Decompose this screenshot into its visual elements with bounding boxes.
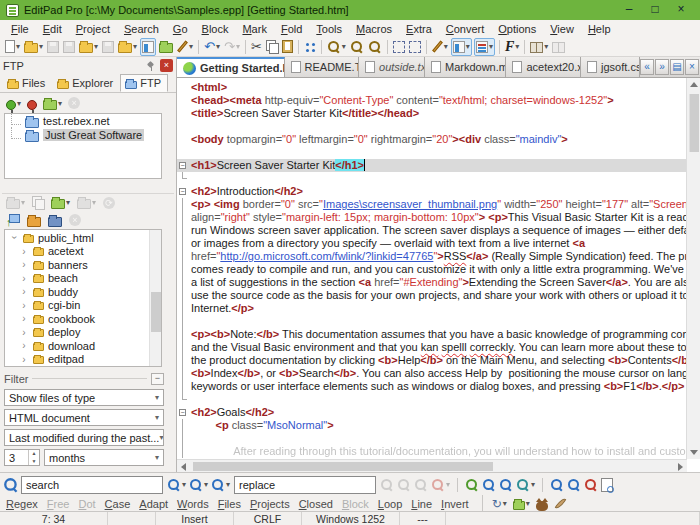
document-type-dropdown[interactable]: HTML document▾	[4, 409, 164, 426]
add-project-icon[interactable]	[158, 38, 174, 56]
filter-collapse-button[interactable]: −	[151, 373, 164, 385]
menu-view[interactable]: View	[543, 22, 581, 36]
search-history-button[interactable]	[549, 476, 565, 494]
browse-folder-icon[interactable]: ▾	[5, 194, 26, 212]
compare-icon[interactable]	[303, 38, 317, 56]
menu-mark[interactable]: Mark	[235, 22, 273, 36]
tab-readme-txt[interactable]: README.TXT	[285, 57, 360, 77]
font-icon-dropdown[interactable]: ▾	[515, 42, 519, 51]
toggle-regex[interactable]: Regex	[6, 498, 38, 510]
scroll-down-arrow[interactable]	[690, 450, 698, 455]
folder-row[interactable]: ›cgi-bin	[5, 299, 148, 313]
folder-row[interactable]: ›public_html	[5, 231, 148, 245]
code-editor[interactable]: <html><head><meta http-equiv="Content-Ty…	[177, 78, 687, 459]
folder-row[interactable]: ›banners	[5, 258, 148, 272]
count-matches-button[interactable]	[498, 476, 514, 494]
spell-check-icon[interactable]: ▾	[529, 38, 549, 56]
chevron-right-icon[interactable]: ›	[19, 300, 29, 311]
search-quill-icon[interactable]	[553, 495, 568, 513]
chevron-right-icon[interactable]: ›	[19, 340, 29, 351]
menu-macros[interactable]: Macros	[349, 22, 399, 36]
stop-transfer-icon[interactable]: ×	[68, 211, 82, 229]
find-prev-button-dropdown[interactable]: ▾	[204, 480, 208, 489]
replace-all-button-dropdown[interactable]: ▾	[446, 480, 450, 489]
clear-search-button[interactable]	[583, 476, 599, 494]
fold-matches-button[interactable]	[481, 476, 497, 494]
tab-getting-started-htm[interactable]: Getting Started.htm	[177, 57, 285, 77]
search-scope-button[interactable]: ↻▾	[491, 495, 508, 513]
folder-row[interactable]: ›acetext	[5, 245, 148, 259]
editor-scrollbar-thumb[interactable]	[689, 94, 699, 152]
scroll-right-arrow[interactable]	[678, 463, 683, 471]
connection-item[interactable]: Just Great Software	[5, 128, 161, 142]
fold-toggle-icon[interactable]: −	[179, 188, 186, 195]
toggle-invert[interactable]: Invert	[441, 498, 469, 510]
new-file-icon-dropdown[interactable]: ▾	[16, 42, 20, 51]
project-panel-icon[interactable]	[140, 38, 156, 56]
close-project-icon-dropdown[interactable]: ▾	[189, 42, 193, 51]
save-all-icon[interactable]	[62, 38, 76, 56]
replace-all-button[interactable]: ▾	[430, 476, 451, 494]
highlight-icon[interactable]: ▾	[451, 38, 472, 56]
chevron-right-icon[interactable]: ›	[19, 246, 29, 257]
tab-scroll-left-button[interactable]: «	[640, 59, 654, 75]
search-favorites-button[interactable]: ▾	[512, 495, 531, 513]
open-file-icon-dropdown[interactable]: ▾	[39, 42, 43, 51]
toggle-adapt[interactable]: Adapt	[139, 498, 168, 510]
scroll-up-arrow[interactable]	[690, 82, 698, 87]
folder-row[interactable]: ›buddy	[5, 285, 148, 299]
menu-options[interactable]: Options	[491, 22, 543, 36]
find-first-button[interactable]: ▾	[210, 476, 231, 494]
ftp-disconnect-icon[interactable]	[26, 94, 38, 112]
favorites-icon-dropdown[interactable]: ▾	[66, 198, 70, 207]
undo-icon[interactable]: ↶▾	[203, 38, 221, 56]
minimize-button[interactable]: –	[616, 1, 642, 19]
search-prev-icon[interactable]	[349, 38, 365, 56]
open-project-icon[interactable]: ▾	[78, 38, 99, 56]
list-highlight-icon[interactable]: ▾	[474, 38, 495, 56]
folder-row[interactable]: ›editpad	[5, 353, 148, 367]
save-project-icon[interactable]	[101, 38, 115, 56]
list-matches-button[interactable]: ▾	[515, 476, 536, 494]
folder-row[interactable]: ›deploy	[5, 326, 148, 340]
find-next-button[interactable]: ▾	[166, 476, 187, 494]
scroll-left-arrow[interactable]	[181, 463, 186, 471]
undo-icon-dropdown[interactable]: ▾	[216, 42, 220, 51]
select-rect-icon[interactable]	[408, 38, 422, 56]
menu-block[interactable]: Block	[195, 22, 236, 36]
folder-row[interactable]: ›download	[5, 339, 148, 353]
cut-icon[interactable]: ✂	[250, 38, 263, 56]
menu-edit[interactable]: Edit	[36, 22, 69, 36]
spell-check-icon-dropdown[interactable]: ▾	[544, 42, 548, 51]
toggle-closed[interactable]: Closed	[299, 498, 333, 510]
sync-icon[interactable]: ⟳	[102, 194, 116, 212]
transfer-icon[interactable]	[47, 211, 63, 229]
open-file-icon[interactable]: ▾	[23, 38, 44, 56]
time-unit-dropdown[interactable]: months▾	[44, 449, 164, 466]
toggle-case[interactable]: Case	[105, 498, 131, 510]
highlight-matches-button[interactable]	[464, 476, 480, 494]
ftp-abort-icon[interactable]: ×	[67, 94, 81, 112]
menu-extra[interactable]: Extra	[399, 22, 439, 36]
ftp-new-connection-icon-dropdown[interactable]: ▾	[58, 99, 62, 108]
edit-pencil-icon[interactable]: ▾	[431, 38, 449, 56]
replace-current-button[interactable]	[413, 476, 429, 494]
search-icon-dropdown[interactable]: ▾	[342, 42, 346, 51]
recent-folder-icon-dropdown[interactable]: ▾	[92, 198, 96, 207]
download-icon[interactable]	[26, 211, 42, 229]
tab-outside-txt[interactable]: outside.txt	[359, 57, 425, 77]
folder-row[interactable]: ›editpadlite	[5, 366, 148, 367]
find-prev-button[interactable]: ▾	[188, 476, 209, 494]
list-matches-button-dropdown[interactable]: ▾	[531, 480, 535, 489]
search-results-page-button[interactable]	[600, 476, 614, 494]
tab-scroll-right-button[interactable]: »	[655, 59, 669, 75]
replace-next-button[interactable]	[379, 476, 395, 494]
chevron-right-icon[interactable]: ›	[19, 354, 29, 365]
copy-icon[interactable]	[265, 38, 279, 56]
upload-icon[interactable]	[5, 211, 21, 229]
replace-input[interactable]	[234, 476, 376, 494]
chevron-right-icon[interactable]: ›	[19, 286, 29, 297]
tab-close-button[interactable]: ×	[685, 59, 699, 75]
edit-pencil-icon-dropdown[interactable]: ▾	[444, 42, 448, 51]
ftp-new-connection-icon[interactable]: ▾	[42, 94, 63, 112]
